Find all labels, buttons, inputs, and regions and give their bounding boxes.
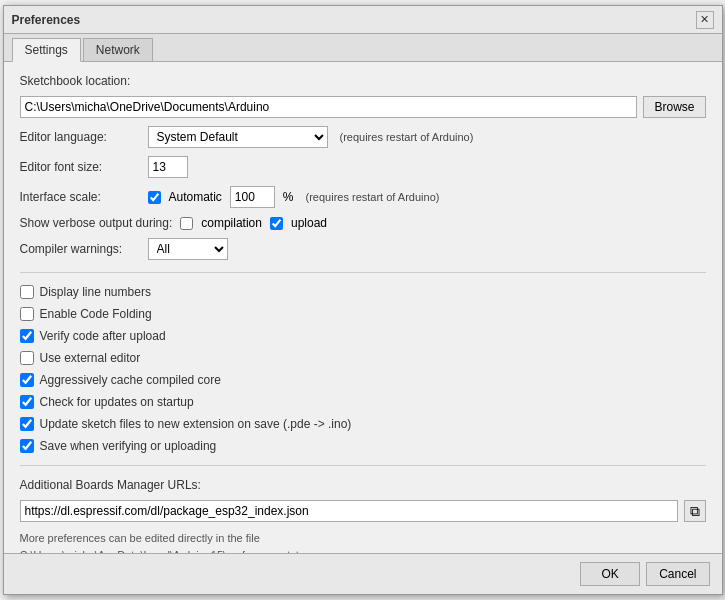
display-line-numbers-checkbox[interactable] (20, 285, 34, 299)
compiler-warnings-label: Compiler warnings: (20, 242, 140, 256)
aggressively-cache-checkbox[interactable] (20, 373, 34, 387)
check-for-updates-checkbox[interactable] (20, 395, 34, 409)
editor-font-size-row: Editor font size: (20, 156, 706, 178)
browse-button[interactable]: Browse (643, 96, 705, 118)
settings-content: Sketchbook location: Browse Editor langu… (4, 62, 722, 553)
editor-language-label: Editor language: (20, 130, 140, 144)
display-line-numbers-label[interactable]: Display line numbers (40, 285, 151, 299)
interface-scale-row: Interface scale: Automatic % (requires r… (20, 186, 706, 208)
checkbox-check-for-updates: Check for updates on startup (20, 395, 706, 409)
editor-font-size-label: Editor font size: (20, 160, 140, 174)
compilation-label: compilation (201, 216, 262, 230)
tab-bar: Settings Network (4, 34, 722, 62)
info-section: More preferences can be edited directly … (20, 530, 706, 553)
editor-font-size-input[interactable] (148, 156, 188, 178)
additional-boards-input-row: ⧉ (20, 500, 706, 522)
compiler-warnings-row: Compiler warnings: All (20, 238, 706, 260)
scale-value-input[interactable] (230, 186, 275, 208)
title-bar: Preferences ✕ (4, 6, 722, 34)
additional-boards-row: Additional Boards Manager URLs: (20, 478, 706, 492)
checkbox-update-sketch-files: Update sketch files to new extension on … (20, 417, 706, 431)
editor-language-select[interactable]: System Default (148, 126, 328, 148)
verbose-output-row: Show verbose output during: compilation … (20, 216, 706, 230)
interface-scale-label: Interface scale: (20, 190, 140, 204)
sketchbook-path-input[interactable] (20, 96, 638, 118)
sketchbook-row: Sketchbook location: (20, 74, 706, 88)
external-editor-label[interactable]: Use external editor (40, 351, 141, 365)
enable-code-folding-checkbox[interactable] (20, 307, 34, 321)
close-button[interactable]: ✕ (696, 11, 714, 29)
save-when-verifying-checkbox[interactable] (20, 439, 34, 453)
checkbox-display-line-numbers: Display line numbers (20, 285, 706, 299)
ok-button[interactable]: OK (580, 562, 640, 586)
divider-2 (20, 465, 706, 466)
save-when-verifying-label[interactable]: Save when verifying or uploading (40, 439, 217, 453)
checkbox-verify-code: Verify code after upload (20, 329, 706, 343)
dialog-footer: OK Cancel (4, 553, 722, 594)
info-line-1: More preferences can be edited directly … (20, 530, 706, 547)
check-for-updates-label[interactable]: Check for updates on startup (40, 395, 194, 409)
compilation-checkbox[interactable] (180, 217, 193, 230)
tab-network[interactable]: Network (83, 38, 153, 61)
verbose-output-label: Show verbose output during: (20, 216, 173, 230)
update-sketch-files-label[interactable]: Update sketch files to new extension on … (40, 417, 352, 431)
external-editor-checkbox[interactable] (20, 351, 34, 365)
additional-boards-url-input[interactable] (20, 500, 678, 522)
additional-boards-label: Additional Boards Manager URLs: (20, 478, 201, 492)
checkbox-save-when-verifying: Save when verifying or uploading (20, 439, 706, 453)
aggressively-cache-label[interactable]: Aggressively cache compiled core (40, 373, 221, 387)
checkbox-aggressively-cache: Aggressively cache compiled core (20, 373, 706, 387)
checkbox-enable-code-folding: Enable Code Folding (20, 307, 706, 321)
automatic-scale-label: Automatic (169, 190, 222, 204)
editor-language-row: Editor language: System Default (require… (20, 126, 706, 148)
verify-code-checkbox[interactable] (20, 329, 34, 343)
scale-unit: % (283, 190, 294, 204)
checkbox-external-editor: Use external editor (20, 351, 706, 365)
cancel-button[interactable]: Cancel (646, 562, 709, 586)
interface-scale-note: (requires restart of Arduino) (306, 191, 440, 203)
upload-label: upload (291, 216, 327, 230)
tab-settings[interactable]: Settings (12, 38, 81, 62)
divider-1 (20, 272, 706, 273)
sketchbook-label: Sketchbook location: (20, 74, 131, 88)
dialog-title: Preferences (12, 13, 81, 27)
verify-code-label[interactable]: Verify code after upload (40, 329, 166, 343)
upload-checkbox[interactable] (270, 217, 283, 230)
update-sketch-files-checkbox[interactable] (20, 417, 34, 431)
compiler-warnings-select[interactable]: All (148, 238, 228, 260)
automatic-scale-checkbox[interactable] (148, 191, 161, 204)
enable-code-folding-label[interactable]: Enable Code Folding (40, 307, 152, 321)
preferences-dialog: Preferences ✕ Settings Network Sketchboo… (3, 5, 723, 595)
sketchbook-input-row: Browse (20, 96, 706, 118)
additional-boards-icon-button[interactable]: ⧉ (684, 500, 706, 522)
editor-language-note: (requires restart of Arduino) (340, 131, 474, 143)
